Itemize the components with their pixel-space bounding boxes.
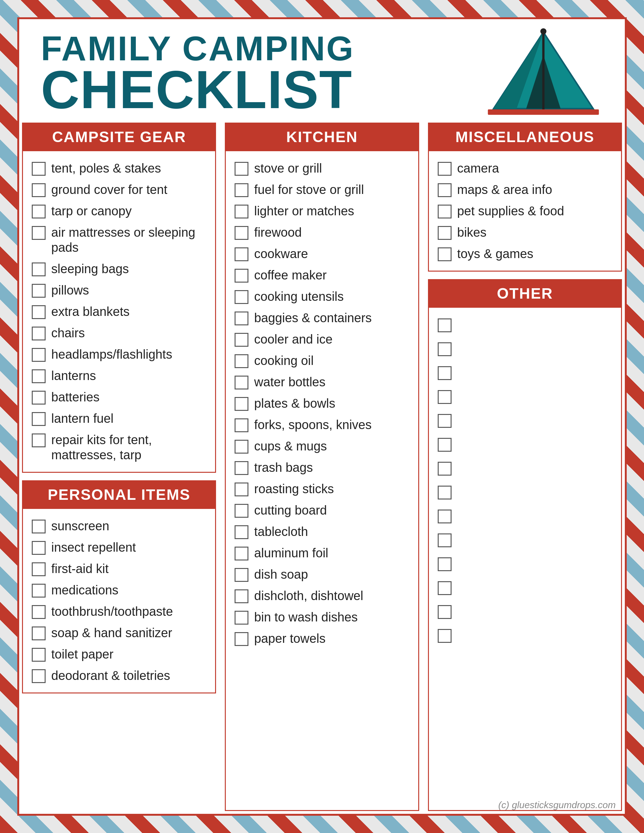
checkbox[interactable] [32,627,46,640]
list-item[interactable]: medications [32,579,206,601]
list-item[interactable]: dishcloth, dishtowel [235,585,409,606]
list-item[interactable]: toothbrush/toothpaste [32,601,206,622]
checkbox[interactable] [438,366,452,380]
list-item[interactable]: stove or grill [235,158,409,179]
checkbox[interactable] [32,519,46,534]
checkbox[interactable] [235,248,248,261]
list-item[interactable]: insect repellent [32,537,206,558]
list-item[interactable]: tarp or canopy [32,200,206,222]
list-item[interactable]: pet supplies & food [438,200,612,222]
checkbox[interactable] [235,354,248,368]
checkbox[interactable] [32,391,46,405]
other-blank-item[interactable] [438,480,612,504]
list-item[interactable]: fuel for stove or grill [235,179,409,200]
list-item[interactable]: coffee maker [235,264,409,286]
list-item[interactable]: plates & bowls [235,392,409,414]
checkbox[interactable] [235,504,248,518]
checkbox[interactable] [32,262,46,276]
checkbox[interactable] [32,284,46,298]
other-blank-item[interactable] [438,504,612,528]
checkbox[interactable] [32,584,46,598]
other-blank-item[interactable] [438,576,612,600]
list-item[interactable]: sunscreen [32,515,206,537]
checkbox[interactable] [32,669,46,683]
checkbox[interactable] [438,162,452,176]
list-item[interactable]: cooking utensils [235,286,409,307]
checkbox[interactable] [438,414,452,428]
list-item[interactable]: forks, spoons, knives [235,414,409,435]
checkbox[interactable] [235,525,248,539]
checkbox[interactable] [438,318,452,332]
checkbox[interactable] [235,461,248,475]
checkbox[interactable] [438,248,452,261]
checkbox[interactable] [235,226,248,240]
list-item[interactable]: camera [438,158,612,179]
other-blank-item[interactable] [438,408,612,432]
list-item[interactable]: toys & games [438,243,612,264]
checkbox[interactable] [235,183,248,197]
list-item[interactable]: soap & hand sanitizer [32,622,206,643]
checkbox[interactable] [32,605,46,619]
list-item[interactable]: sleeping bags [32,258,206,280]
list-item[interactable]: lighter or matches [235,200,409,222]
other-blank-item[interactable] [438,528,612,552]
list-item[interactable]: lanterns [32,365,206,386]
checkbox[interactable] [438,629,452,643]
list-item[interactable]: aluminum foil [235,542,409,564]
list-item[interactable]: chairs [32,322,206,344]
checkbox[interactable] [235,397,248,411]
checkbox[interactable] [235,611,248,625]
checkbox[interactable] [32,648,46,662]
list-item[interactable]: bikes [438,222,612,243]
checkbox[interactable] [438,438,452,452]
checkbox[interactable] [235,589,248,603]
list-item[interactable]: batteries [32,386,206,408]
list-item[interactable]: paper towels [235,628,409,649]
checkbox[interactable] [438,183,452,197]
other-blank-item[interactable] [438,623,612,647]
list-item[interactable]: repair kits for tent, mattresses, tarp [32,429,206,466]
list-item[interactable]: lantern fuel [32,408,206,429]
list-item[interactable]: toilet paper [32,643,206,665]
checkbox[interactable] [235,312,248,325]
checkbox[interactable] [438,534,452,547]
list-item[interactable]: pillows [32,280,206,301]
list-item[interactable]: cups & mugs [235,435,409,457]
other-blank-item[interactable] [438,600,612,623]
checkbox[interactable] [32,412,46,426]
checkbox[interactable] [235,269,248,283]
checkbox[interactable] [32,305,46,319]
list-item[interactable]: deodorant & toiletries [32,665,206,686]
checkbox[interactable] [32,369,46,383]
list-item[interactable]: headlamps/flashlights [32,344,206,365]
list-item[interactable]: cookware [235,243,409,264]
list-item[interactable]: cooler and ice [235,328,409,350]
list-item[interactable]: bin to wash dishes [235,606,409,628]
checkbox[interactable] [235,440,248,453]
list-item[interactable]: tablecloth [235,521,409,542]
checkbox[interactable] [438,510,452,523]
checkbox[interactable] [438,581,452,595]
list-item[interactable]: first-aid kit [32,558,206,579]
checkbox[interactable] [235,333,248,347]
list-item[interactable]: tent, poles & stakes [32,158,206,179]
list-item[interactable]: cutting board [235,500,409,521]
checkbox[interactable] [438,343,452,356]
checkbox[interactable] [235,290,248,304]
checkbox[interactable] [235,547,248,560]
checkbox[interactable] [32,434,46,447]
checkbox[interactable] [32,348,46,362]
checkbox[interactable] [32,183,46,197]
checkbox[interactable] [438,205,452,219]
other-blank-item[interactable] [438,313,612,337]
checkbox[interactable] [235,205,248,219]
checkbox[interactable] [32,226,46,240]
checkbox[interactable] [438,462,452,476]
checkbox[interactable] [32,326,46,341]
checkbox[interactable] [438,390,452,404]
checkbox[interactable] [235,418,248,432]
checkbox[interactable] [438,486,452,500]
other-blank-item[interactable] [438,360,612,384]
checkbox[interactable] [438,605,452,619]
checkbox[interactable] [235,376,248,389]
